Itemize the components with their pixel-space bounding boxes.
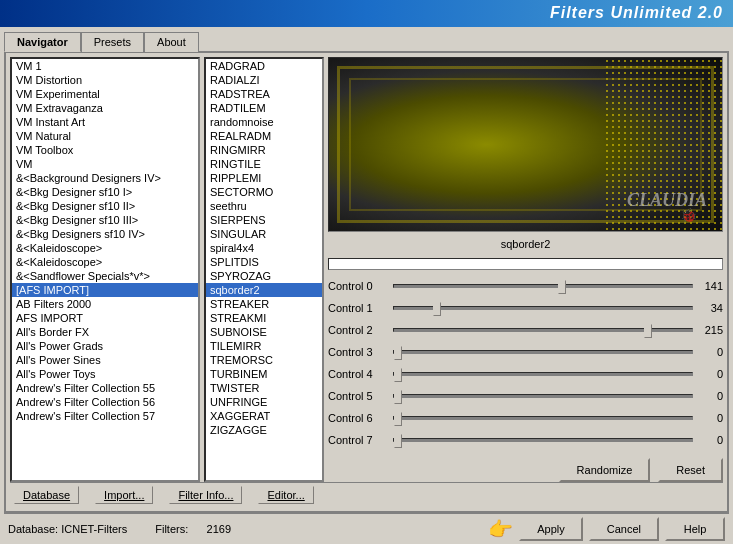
preview-label: sqborder2 — [328, 236, 723, 252]
middle-list-item[interactable]: SECTORMO — [206, 185, 322, 199]
left-list-item[interactable]: VM Natural — [12, 129, 198, 143]
left-list-item[interactable]: [AFS IMPORT] — [12, 283, 198, 297]
left-list-item[interactable]: &<Bkg Designer sf10 I> — [12, 185, 198, 199]
control-slider-2[interactable] — [393, 322, 693, 338]
middle-list-item[interactable]: SPYROZAG — [206, 269, 322, 283]
middle-list-item[interactable]: ZIGZAGGE — [206, 423, 322, 437]
control-value-0: 141 — [693, 280, 723, 292]
control-row-7: Control 70 — [328, 430, 723, 450]
control-slider-6[interactable] — [393, 410, 693, 426]
left-list-item[interactable]: &<Kaleidoscope> — [12, 255, 198, 269]
control-label-1: Control 1 — [328, 302, 393, 314]
control-value-5: 0 — [693, 390, 723, 402]
preview-container: CLAUDIA 🐞 — [328, 57, 723, 232]
control-label-4: Control 4 — [328, 368, 393, 380]
middle-list-item[interactable]: SUBNOISE — [206, 325, 322, 339]
cancel-button[interactable]: Cancel — [589, 517, 659, 541]
bottom-buttons: 👉 Apply Cancel Help — [488, 517, 725, 541]
middle-list-container: RADGRADRADIALZIRADSTREARADTILEMrandomnoi… — [204, 57, 324, 482]
middle-list-item[interactable]: SIERPENS — [206, 213, 322, 227]
middle-list-item[interactable]: RINGMIRR — [206, 143, 322, 157]
database-action[interactable]: Database — [14, 486, 79, 504]
control-slider-5[interactable] — [393, 388, 693, 404]
control-label-3: Control 3 — [328, 346, 393, 358]
middle-list-item[interactable]: STREAKMI — [206, 311, 322, 325]
tab-presets[interactable]: Presets — [81, 32, 144, 52]
control-row-6: Control 60 — [328, 408, 723, 428]
middle-list-item[interactable]: spiral4x4 — [206, 241, 322, 255]
left-list-container: VM 1VM DistortionVM ExperimentalVM Extra… — [10, 57, 200, 482]
left-list-item[interactable]: VM — [12, 157, 198, 171]
middle-list-item[interactable]: RADSTREA — [206, 87, 322, 101]
left-list-item[interactable]: &<Sandflower Specials*v*> — [12, 269, 198, 283]
left-list-item[interactable]: VM Experimental — [12, 87, 198, 101]
filter-info-action[interactable]: Filter Info... — [169, 486, 242, 504]
control-slider-0[interactable] — [393, 278, 693, 294]
left-list-item[interactable]: &<Background Designers IV> — [12, 171, 198, 185]
middle-list-item[interactable]: TREMORSC — [206, 353, 322, 367]
left-list-item[interactable]: VM Instant Art — [12, 115, 198, 129]
left-list-item[interactable]: VM Extravaganza — [12, 101, 198, 115]
left-list-item[interactable]: All's Power Toys — [12, 367, 198, 381]
left-list-item[interactable]: AFS IMPORT — [12, 311, 198, 325]
middle-list-item[interactable]: TILEMIRR — [206, 339, 322, 353]
middle-list-item[interactable]: RADTILEM — [206, 101, 322, 115]
control-slider-7[interactable] — [393, 432, 693, 448]
middle-list-item[interactable]: TURBINEM — [206, 367, 322, 381]
left-list-item[interactable]: &<Bkg Designer sf10 III> — [12, 213, 198, 227]
right-section: CLAUDIA 🐞 sqborder2 Control 0141Control … — [328, 57, 723, 482]
left-list-item[interactable]: Andrew's Filter Collection 55 — [12, 381, 198, 395]
middle-list-item[interactable]: randomnoise — [206, 115, 322, 129]
left-list-item[interactable]: &<Bkg Designer sf10 II> — [12, 199, 198, 213]
left-list-item[interactable]: All's Power Sines — [12, 353, 198, 367]
middle-list-item[interactable]: RIPPLEMI — [206, 171, 322, 185]
left-list-item[interactable]: Andrew's Filter Collection 57 — [12, 409, 198, 423]
control-value-1: 34 — [693, 302, 723, 314]
left-list-item[interactable]: VM Toolbox — [12, 143, 198, 157]
control-label-0: Control 0 — [328, 280, 393, 292]
help-button[interactable]: Help — [665, 517, 725, 541]
editor-action[interactable]: Editor... — [258, 486, 313, 504]
middle-list-item[interactable]: STREAKER — [206, 297, 322, 311]
left-list-item[interactable]: AB Filters 2000 — [12, 297, 198, 311]
control-slider-4[interactable] — [393, 366, 693, 382]
reset-button[interactable]: Reset — [658, 458, 723, 482]
control-label-6: Control 6 — [328, 412, 393, 424]
left-list-item[interactable]: Andrew's Filter Collection 56 — [12, 395, 198, 409]
left-list[interactable]: VM 1VM DistortionVM ExperimentalVM Extra… — [10, 57, 200, 482]
control-value-7: 0 — [693, 434, 723, 446]
control-slider-3[interactable] — [393, 344, 693, 360]
middle-list-item[interactable]: RADGRAD — [206, 59, 322, 73]
left-list-item[interactable]: All's Border FX — [12, 325, 198, 339]
middle-list-item[interactable]: RINGTILE — [206, 157, 322, 171]
middle-list[interactable]: RADGRADRADIALZIRADSTREARADTILEMrandomnoi… — [204, 57, 324, 482]
middle-list-item[interactable]: seethru — [206, 199, 322, 213]
content-area: VM 1VM DistortionVM ExperimentalVM Extra… — [4, 51, 729, 513]
action-bar: Database Import... Filter Info... Editor… — [10, 482, 723, 507]
middle-list-item[interactable]: UNFRINGE — [206, 395, 322, 409]
middle-list-item[interactable]: REALRADM — [206, 129, 322, 143]
middle-list-item[interactable]: RADIALZI — [206, 73, 322, 87]
control-row-4: Control 40 — [328, 364, 723, 384]
left-list-item[interactable]: All's Power Grads — [12, 339, 198, 353]
left-list-item[interactable]: VM Distortion — [12, 73, 198, 87]
left-list-item[interactable]: VM 1 — [12, 59, 198, 73]
apply-button[interactable]: Apply — [519, 517, 583, 541]
control-value-6: 0 — [693, 412, 723, 424]
control-row-0: Control 0141 — [328, 276, 723, 296]
tab-about[interactable]: About — [144, 32, 199, 52]
middle-list-item[interactable]: XAGGERAT — [206, 409, 322, 423]
top-section: VM 1VM DistortionVM ExperimentalVM Extra… — [10, 57, 723, 482]
filters-label: Filters: — [155, 523, 188, 535]
middle-list-item[interactable]: SINGULAR — [206, 227, 322, 241]
middle-list-item[interactable]: SPLITDIS — [206, 255, 322, 269]
randomize-button[interactable]: Randomize — [559, 458, 651, 482]
filters-status: Filters: 2169 — [155, 523, 231, 535]
tab-navigator[interactable]: Navigator — [4, 32, 81, 52]
middle-list-item[interactable]: TWISTER — [206, 381, 322, 395]
left-list-item[interactable]: &<Kaleidoscope> — [12, 241, 198, 255]
control-slider-1[interactable] — [393, 300, 693, 316]
left-list-item[interactable]: &<Bkg Designers sf10 IV> — [12, 227, 198, 241]
middle-list-item[interactable]: sqborder2 — [206, 283, 322, 297]
import-action[interactable]: Import... — [95, 486, 153, 504]
